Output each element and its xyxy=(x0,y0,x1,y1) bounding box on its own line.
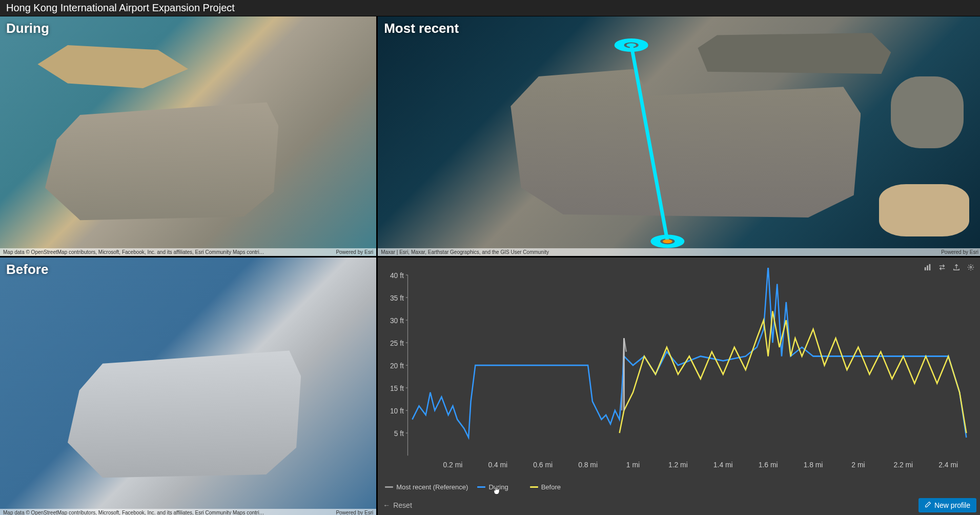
svg-text:20 ft: 20 ft xyxy=(390,361,404,370)
svg-text:1 mi: 1 mi xyxy=(626,460,640,469)
map-panel-before[interactable]: Before Map data © OpenStreetMap contribu… xyxy=(0,258,376,515)
svg-text:2.4 mi: 2.4 mi xyxy=(939,460,958,469)
svg-text:2 mi: 2 mi xyxy=(852,460,865,469)
panel-label-recent: Most recent xyxy=(384,21,459,36)
svg-point-6 xyxy=(970,266,972,268)
svg-rect-3 xyxy=(925,267,926,270)
elevation-profile-panel: 5 ft10 ft15 ft20 ft25 ft30 ft35 ft40 ft0… xyxy=(378,258,980,515)
reset-button[interactable]: ← Reset xyxy=(383,501,412,509)
attribution-during: Map data © OpenStreetMap contributors, M… xyxy=(0,248,376,256)
chart-legend: Most recent (Reference) During Before xyxy=(378,479,980,495)
svg-text:0.2 mi: 0.2 mi xyxy=(443,460,463,469)
svg-text:5 ft: 5 ft xyxy=(394,429,404,438)
svg-text:25 ft: 25 ft xyxy=(390,339,404,347)
svg-text:10 ft: 10 ft xyxy=(390,406,404,415)
attribution-before: Map data © OpenStreetMap contributors, M… xyxy=(0,509,376,515)
profile-line-overlay[interactable] xyxy=(378,16,980,256)
legend-item-during[interactable]: During xyxy=(477,481,520,493)
chart-settings-button[interactable] xyxy=(964,261,977,274)
svg-rect-5 xyxy=(929,264,931,270)
svg-point-1 xyxy=(626,43,636,47)
chart-toolbar xyxy=(921,261,977,274)
svg-text:0.8 mi: 0.8 mi xyxy=(578,460,598,469)
svg-text:40 ft: 40 ft xyxy=(390,271,404,280)
legend-item-before[interactable]: Before xyxy=(530,483,561,491)
chart-swap-button[interactable] xyxy=(935,261,949,274)
svg-text:0.4 mi: 0.4 mi xyxy=(488,460,508,469)
svg-text:30 ft: 30 ft xyxy=(390,316,404,325)
svg-text:35 ft: 35 ft xyxy=(390,293,404,302)
svg-text:1.4 mi: 1.4 mi xyxy=(713,460,733,469)
chart-export-button[interactable] xyxy=(950,261,963,274)
panel-label-before: Before xyxy=(6,262,48,278)
svg-text:2.2 mi: 2.2 mi xyxy=(894,460,913,469)
map-panel-recent[interactable]: Most recent Maxar | Esri, Maxar, Earthst… xyxy=(378,16,980,256)
svg-line-0 xyxy=(631,45,668,242)
arrow-left-icon: ← xyxy=(383,501,390,509)
svg-text:1.8 mi: 1.8 mi xyxy=(804,460,823,469)
chart-stats-button[interactable] xyxy=(921,261,934,274)
app-title: Hong Kong International Airport Expansio… xyxy=(0,0,980,16)
map-panel-during[interactable]: During Map data © OpenStreetMap contribu… xyxy=(0,16,376,256)
svg-text:15 ft: 15 ft xyxy=(390,384,404,392)
panel-label-during: During xyxy=(6,21,49,36)
legend-item-reference[interactable]: Most recent (Reference) xyxy=(385,483,468,491)
svg-text:1.6 mi: 1.6 mi xyxy=(759,460,778,469)
new-profile-button[interactable]: New profile xyxy=(918,498,976,512)
svg-point-2 xyxy=(663,240,672,243)
pencil-icon xyxy=(925,501,931,509)
attribution-recent: Maxar | Esri, Maxar, Earthstar Geographi… xyxy=(378,248,980,256)
chart-area[interactable]: 5 ft10 ft15 ft20 ft25 ft30 ft35 ft40 ft0… xyxy=(378,258,980,479)
svg-text:1.2 mi: 1.2 mi xyxy=(668,460,688,469)
svg-rect-4 xyxy=(927,265,928,270)
svg-text:0.6 mi: 0.6 mi xyxy=(533,460,553,469)
